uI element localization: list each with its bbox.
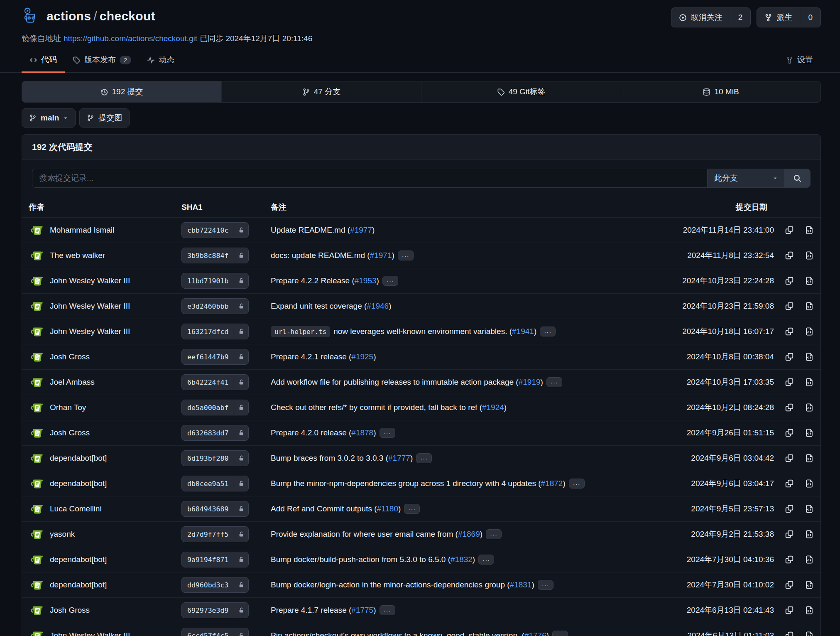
expand-commit-message-button[interactable]: ··· bbox=[382, 276, 398, 286]
expand-commit-message-button[interactable]: ··· bbox=[404, 504, 420, 514]
browse-source-button[interactable] bbox=[805, 580, 814, 589]
issue-link[interactable]: #1777 bbox=[388, 454, 410, 462]
tab-releases[interactable]: 版本发布 2 bbox=[65, 48, 139, 73]
browse-source-button[interactable] bbox=[805, 327, 814, 336]
copy-sha-button[interactable] bbox=[785, 530, 794, 539]
issue-link[interactable]: #1953 bbox=[355, 276, 377, 285]
issue-link[interactable]: #1869 bbox=[458, 530, 480, 538]
browse-source-button[interactable] bbox=[805, 428, 814, 437]
copy-sha-button[interactable] bbox=[785, 251, 794, 260]
expand-commit-message-button[interactable]: ··· bbox=[569, 479, 585, 489]
expand-commit-message-button[interactable]: ··· bbox=[538, 580, 553, 590]
browse-source-button[interactable] bbox=[805, 352, 814, 361]
commit-sha-link[interactable]: 2d7d9f7ff5 bbox=[181, 526, 249, 542]
expand-commit-message-button[interactable]: ··· bbox=[380, 605, 395, 615]
browse-source-button[interactable] bbox=[805, 226, 814, 235]
issue-link[interactable]: #1946 bbox=[367, 302, 389, 310]
commit-sha-link[interactable]: 163217dfcd bbox=[181, 324, 249, 339]
commit-sha-link[interactable]: 692973e3d9 bbox=[181, 602, 249, 618]
stat-size[interactable]: 10 MiB bbox=[621, 81, 820, 102]
issue-link[interactable]: #1872 bbox=[541, 479, 563, 488]
browse-source-button[interactable] bbox=[805, 276, 814, 285]
copy-sha-button[interactable] bbox=[785, 403, 794, 412]
issue-link[interactable]: #1924 bbox=[482, 403, 504, 412]
expand-commit-message-button[interactable]: ··· bbox=[398, 250, 414, 260]
repo-owner[interactable]: actions bbox=[47, 9, 91, 23]
commit-sha-link[interactable]: db0cee9a51 bbox=[181, 476, 249, 491]
issue-link[interactable]: #1925 bbox=[351, 352, 373, 361]
copy-sha-button[interactable] bbox=[785, 226, 794, 235]
copy-sha-button[interactable] bbox=[785, 352, 794, 361]
browse-source-button[interactable] bbox=[805, 479, 814, 488]
copy-sha-button[interactable] bbox=[785, 327, 794, 336]
browse-source-button[interactable] bbox=[805, 555, 814, 564]
issue-link[interactable]: #1832 bbox=[451, 555, 473, 564]
issue-link[interactable]: #1941 bbox=[512, 327, 534, 336]
issue-link[interactable]: #1977 bbox=[350, 226, 372, 234]
expand-commit-message-button[interactable]: ··· bbox=[380, 428, 395, 438]
browse-source-button[interactable] bbox=[805, 302, 814, 311]
tab-activity[interactable]: 动态 bbox=[139, 48, 182, 73]
commit-sha-link[interactable]: b684943689 bbox=[181, 501, 249, 517]
issue-link[interactable]: #1831 bbox=[510, 580, 532, 589]
search-input[interactable] bbox=[32, 169, 707, 187]
copy-sha-button[interactable] bbox=[785, 302, 794, 311]
browse-source-button[interactable] bbox=[805, 530, 814, 539]
copy-sha-button[interactable] bbox=[785, 378, 794, 387]
browse-source-button[interactable] bbox=[805, 606, 814, 615]
copy-sha-button[interactable] bbox=[785, 631, 794, 636]
commit-sha-link[interactable]: d632683dd7 bbox=[181, 425, 249, 441]
tab-settings[interactable]: 设置 bbox=[778, 48, 821, 73]
expand-commit-message-button[interactable]: ··· bbox=[486, 529, 502, 539]
copy-sha-button[interactable] bbox=[785, 479, 794, 488]
copy-sha-button[interactable] bbox=[785, 454, 794, 463]
browse-source-button[interactable] bbox=[805, 504, 814, 513]
commit-sha-link[interactable]: de5a000abf bbox=[181, 400, 249, 415]
commit-sha-link[interactable]: eef61447b9 bbox=[181, 349, 249, 365]
issue-link[interactable]: #1776 bbox=[524, 631, 546, 636]
issue-link[interactable]: #1180 bbox=[377, 504, 398, 513]
browse-source-button[interactable] bbox=[805, 251, 814, 260]
repo-name[interactable]: checkout bbox=[100, 9, 155, 23]
stat-branches[interactable]: 47 分支 bbox=[221, 81, 421, 102]
expand-commit-message-button[interactable]: ··· bbox=[540, 327, 556, 336]
commit-sha-link[interactable]: 6ccd57f4c5 bbox=[181, 628, 249, 636]
commit-sha-link[interactable]: 3b9b8c884f bbox=[181, 248, 249, 263]
tab-code[interactable]: 代码 bbox=[22, 48, 65, 73]
branch-selector[interactable]: main bbox=[22, 108, 76, 128]
fork-button[interactable]: 派生 0 bbox=[757, 7, 821, 27]
issue-link[interactable]: #1971 bbox=[370, 251, 392, 260]
unwatch-button[interactable]: 取消关注 2 bbox=[671, 7, 751, 27]
commit-sha-link[interactable]: 9a9194f871 bbox=[181, 552, 249, 567]
issue-link[interactable]: #1775 bbox=[351, 606, 373, 614]
copy-sha-button[interactable] bbox=[785, 504, 794, 513]
issue-link[interactable]: #1919 bbox=[519, 378, 541, 386]
issue-link[interactable]: #1878 bbox=[351, 428, 373, 437]
commit-sha-link[interactable]: 6d193bf280 bbox=[181, 450, 249, 466]
commit-sha-link[interactable]: 11bd71901b bbox=[181, 273, 249, 289]
expand-commit-message-button[interactable]: ··· bbox=[552, 631, 568, 636]
search-button[interactable] bbox=[784, 169, 810, 187]
commit-sha-link[interactable]: e3d2460bbb bbox=[181, 298, 249, 314]
copy-sha-button[interactable] bbox=[785, 606, 794, 615]
stat-tags[interactable]: 49 Git标签 bbox=[421, 81, 621, 102]
forks-count[interactable]: 0 bbox=[800, 8, 820, 27]
expand-commit-message-button[interactable]: ··· bbox=[546, 377, 562, 387]
commit-graph-button[interactable]: 提交图 bbox=[79, 108, 130, 128]
mirror-url-link[interactable]: https://github.com/actions/checkout.git bbox=[64, 34, 197, 43]
browse-source-button[interactable] bbox=[805, 631, 814, 636]
commit-sha-link[interactable]: 6b42224f41 bbox=[181, 374, 249, 390]
commit-sha-link[interactable]: dd960bd3c3 bbox=[181, 577, 249, 593]
watchers-count[interactable]: 2 bbox=[730, 8, 751, 27]
stat-commits[interactable]: 192 提交 bbox=[22, 81, 221, 102]
browse-source-button[interactable] bbox=[805, 454, 814, 463]
copy-sha-button[interactable] bbox=[785, 428, 794, 437]
branch-filter-dropdown[interactable]: 此分支 bbox=[707, 169, 784, 187]
browse-source-button[interactable] bbox=[805, 378, 814, 387]
commit-sha-link[interactable]: cbb722410c bbox=[181, 222, 249, 238]
copy-sha-button[interactable] bbox=[785, 555, 794, 564]
browse-source-button[interactable] bbox=[805, 403, 814, 412]
copy-sha-button[interactable] bbox=[785, 276, 794, 285]
expand-commit-message-button[interactable]: ··· bbox=[416, 453, 432, 463]
copy-sha-button[interactable] bbox=[785, 580, 794, 589]
